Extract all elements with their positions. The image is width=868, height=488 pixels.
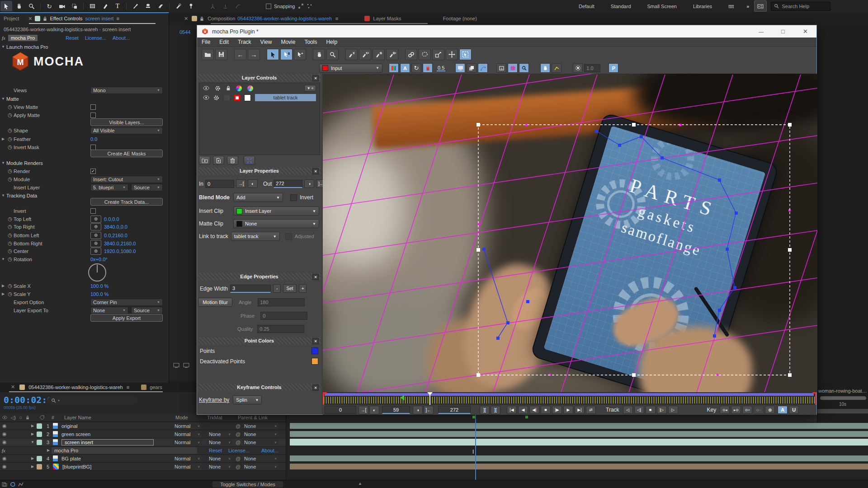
track-frame-backward-button[interactable]: ◁| <box>634 406 644 414</box>
brush-tool-button[interactable] <box>129 1 141 11</box>
scale-x-value[interactable]: 100.0 % <box>90 283 108 289</box>
effect-row-mocha-pro[interactable]: fx ▶ mocha Pro Reset License... About... <box>0 446 286 455</box>
parent-link-icon[interactable]: @ <box>236 432 241 437</box>
add-bezier-tool-button[interactable]: B+ <box>386 49 398 60</box>
out-field[interactable]: 272 <box>274 180 302 188</box>
feather-value[interactable]: 0.0 <box>90 136 97 142</box>
delete-keyframe-button[interactable]: ⊙− <box>754 406 764 414</box>
workspace-overflow-icon[interactable]: » <box>746 4 749 9</box>
track-backward-button[interactable]: ◁ <box>623 406 633 414</box>
parent-dropdown[interactable]: None∨ <box>242 431 278 437</box>
angle-field[interactable]: 180 <box>258 298 305 306</box>
parent-link-icon[interactable]: @ <box>236 440 241 445</box>
matte-fill-button[interactable] <box>423 63 433 73</box>
show-surface-button[interactable]: S <box>496 63 506 73</box>
stopwatch-icon[interactable]: ◷ <box>6 240 14 246</box>
link-to-track-dropdown[interactable]: tablet track▼ <box>231 232 280 241</box>
close-panel-icon[interactable]: ✕ <box>312 338 319 344</box>
phase-field[interactable]: 0 <box>260 312 307 320</box>
track-bar-original[interactable] <box>290 423 868 429</box>
type-tool-button[interactable]: T <box>112 1 123 11</box>
twirl-icon[interactable]: ▶ <box>29 456 36 460</box>
blend-invert-checkbox[interactable] <box>290 194 297 201</box>
lasso-tool-button[interactable] <box>419 49 431 60</box>
twirl-icon[interactable]: ▶ <box>45 448 52 452</box>
pan-view-button[interactable] <box>540 63 550 73</box>
puppet-pin-tool-button[interactable] <box>185 1 197 11</box>
lock-icon[interactable] <box>226 85 231 91</box>
stopwatch-icon[interactable]: ◷ <box>6 248 14 254</box>
layer-color-swatch[interactable] <box>37 464 42 469</box>
stop-button[interactable]: ■ <box>541 406 551 414</box>
track-bar-blueprintbg[interactable] <box>290 464 868 469</box>
rotation-value[interactable]: 0x+0.0° <box>90 257 108 262</box>
transform-tool-button[interactable] <box>432 49 444 60</box>
save-project-button[interactable] <box>215 49 227 60</box>
stopwatch-icon[interactable]: ◷ <box>6 232 14 238</box>
scale-y-value[interactable]: 100.0 % <box>90 291 108 297</box>
create-bezier-tool-button[interactable]: B <box>373 49 385 60</box>
twirl-icon[interactable]: ▶ <box>29 465 36 469</box>
gear-icon[interactable] <box>215 85 221 91</box>
eye-icon[interactable]: ◉ <box>2 423 8 429</box>
menu-tools[interactable]: Tools <box>300 39 321 45</box>
eraser-tool-button[interactable] <box>155 1 166 11</box>
workspace-small-screen[interactable]: Small Screen <box>647 4 677 9</box>
next-keyframe-button[interactable]: ▸⊙ <box>731 406 741 414</box>
goto-in-button[interactable]: →[ <box>359 406 368 414</box>
hand-tool-button[interactable] <box>13 1 25 11</box>
layer-properties-header[interactable]: Layer Properties ✕ <box>198 167 321 174</box>
stopwatch-icon[interactable]: ◷ <box>6 291 14 297</box>
delete-all-keyframes-button[interactable]: ⊗ <box>765 406 775 414</box>
create-xspline-tool-button[interactable]: X <box>345 49 358 60</box>
edge-width-plus-button[interactable]: + <box>299 284 307 293</box>
stopwatch-icon[interactable]: ◷ <box>6 283 14 289</box>
viewer-canvas[interactable]: PARTS gaskets samoflange <box>323 74 817 392</box>
edge-width-field[interactable]: 3 <box>230 285 271 293</box>
layer-controls-header[interactable]: Layer Controls ✕ <box>198 74 321 81</box>
shape-dropdown[interactable]: All Visible▼ <box>90 127 163 134</box>
workspace-default[interactable]: Default <box>579 4 594 9</box>
monitor-icon[interactable] <box>183 363 189 368</box>
create-track-data-button[interactable]: Create Track Data... <box>90 198 163 206</box>
export-option-dropdown[interactable]: Corner Pin▼ <box>90 299 163 306</box>
clone-stamp-tool-button[interactable] <box>142 1 154 11</box>
tracking-invert-checkbox[interactable] <box>90 208 96 214</box>
go-to-end-button[interactable]: ▶| <box>575 406 585 414</box>
layer-name-tablet-track[interactable]: tablet track <box>255 94 316 101</box>
eye-icon[interactable]: ◉ <box>2 439 8 445</box>
stopwatch-icon[interactable]: ◷ <box>6 104 14 110</box>
layer-color-swatch[interactable] <box>37 440 42 445</box>
view-axis-mode-button[interactable] <box>232 1 244 11</box>
blend-mode-dropdown[interactable]: Normal∨ <box>173 423 202 429</box>
edge-properties-header[interactable]: Edge Properties ✕ <box>198 273 321 280</box>
eye-icon[interactable] <box>203 86 209 90</box>
pen-tool-button[interactable] <box>99 1 111 11</box>
gear-icon[interactable] <box>213 95 219 101</box>
layer-name-selected[interactable]: screen insert <box>61 439 154 446</box>
top-right-value[interactable]: 3840.0,0.0 <box>104 224 127 230</box>
apply-matte-checkbox[interactable] <box>90 113 96 118</box>
loop-button[interactable]: ⇄ <box>586 406 596 414</box>
position-crosshair-icon[interactable]: ⊕ <box>90 248 101 255</box>
selection-tool-button[interactable] <box>0 1 12 11</box>
tab-effect-target[interactable]: screen insert <box>85 16 113 21</box>
add-keyframe-button[interactable]: ⊙+ <box>742 406 752 414</box>
search-help-field[interactable]: Search Help <box>771 2 830 11</box>
fill-color-swatch[interactable] <box>244 94 251 101</box>
add-point-tool-button[interactable]: + <box>294 49 306 60</box>
show-layer-mattes-button[interactable] <box>455 63 465 73</box>
trace-path-button[interactable] <box>552 63 561 73</box>
parent-dropdown[interactable]: None∨ <box>242 455 278 462</box>
track-bar-screen-insert[interactable] <box>290 439 868 446</box>
mocha-title-bar[interactable]: M mocha Pro Plugin * — □ ✕ <box>197 25 816 38</box>
gain-field[interactable]: 1.0 <box>584 64 600 72</box>
timeline-tab-active[interactable]: 054432386-worker-walking-logistics-wareh <box>28 385 123 390</box>
center-value[interactable]: 1920.0,1080.0 <box>104 249 136 254</box>
close-window-button[interactable]: ✕ <box>803 28 808 35</box>
select-both-tool-button[interactable]: B <box>280 49 292 60</box>
position-crosshair-icon[interactable]: ⊕ <box>90 216 101 223</box>
stopwatch-icon[interactable]: ◷ <box>6 168 14 174</box>
parent-link-icon[interactable]: @ <box>236 423 241 429</box>
frame-blend-icon[interactable] <box>2 482 7 487</box>
